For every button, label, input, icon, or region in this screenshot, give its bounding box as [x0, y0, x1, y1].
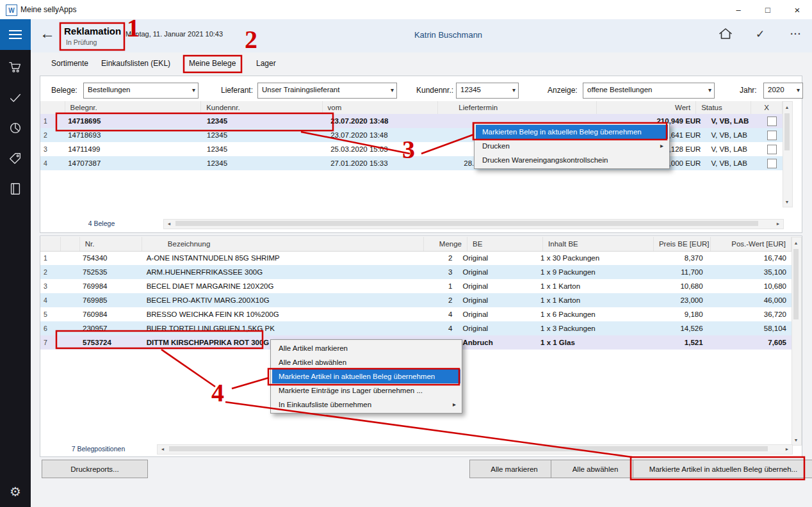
kundennr-label: Kundennr.: [416, 83, 453, 97]
cart-icon[interactable] [0, 54, 31, 80]
column-header-menge[interactable]: Menge [424, 237, 467, 251]
scrollbar-thumb[interactable] [169, 446, 768, 451]
row-checkbox[interactable] [761, 156, 783, 170]
position-row[interactable]: 6 230957 BUER.TORTELLINI GRUEN 1,5KG PK … [40, 321, 792, 335]
menge-cell: 2 [414, 251, 458, 265]
column-header-x[interactable]: X [751, 101, 783, 114]
column-header-inhalt[interactable]: Inhalt BE [543, 237, 654, 251]
preis-cell: 23,000 [650, 293, 708, 307]
tab-lager[interactable]: Lager [256, 59, 276, 68]
minimize-button[interactable]: – [724, 0, 753, 19]
row-number: 5 [40, 307, 59, 321]
row-checkbox[interactable] [761, 142, 783, 156]
submenu-arrow-icon: ▸ [660, 139, 663, 153]
column-header-belegnr[interactable]: Belegnr. [65, 101, 202, 114]
poswert-cell: 16,740 [708, 251, 792, 265]
beleg-context-menu: Markierten Beleg in aktuellen Beleg über… [474, 123, 670, 169]
positionen-vertical-scrollbar[interactable]: ▲ ▼ [792, 237, 802, 446]
vom-cell: 27.01.2020 15:33 [325, 156, 443, 170]
position-row[interactable]: 3 769984 BECEL DIAET MARGARINE 120X20G 1… [40, 279, 792, 293]
scrollbar-thumb[interactable] [793, 249, 799, 319]
druckreports-button[interactable]: Druckreports... [42, 460, 148, 478]
alle-abwaehlen-button[interactable]: Alle abwählen [551, 460, 640, 478]
bezeichnung-cell: BECEL PRO-AKTIV MARG.200X10G [142, 293, 414, 307]
uebernehmen-button[interactable]: Markierte Artikel in aktuellen Beleg übe… [633, 460, 812, 478]
column-header-poswert[interactable]: Pos.-Wert [EUR] [711, 237, 792, 251]
approve-check-icon[interactable]: ✓ [751, 26, 770, 42]
scroll-left-icon[interactable]: ◄ [159, 445, 166, 453]
pie-chart-icon[interactable] [0, 115, 31, 141]
column-header-vom[interactable]: vom [323, 101, 439, 114]
scroll-up-icon[interactable]: ▲ [783, 103, 791, 111]
checkmark-icon[interactable] [0, 85, 31, 111]
marker-cell [59, 293, 77, 307]
marker-cell [59, 251, 77, 265]
row-checkbox[interactable] [761, 114, 783, 128]
inhalt-cell: 1 x 3 Packungen [535, 321, 650, 335]
status-cell: V, VB, LAB [706, 128, 761, 142]
row-checkbox[interactable] [761, 128, 783, 142]
scroll-left-icon[interactable]: ◄ [165, 220, 173, 227]
menu-item-einkaufsliste[interactable]: In Einkaufsliste übernehmen ▸ [272, 398, 460, 412]
journal-icon[interactable] [0, 176, 31, 202]
belege-vertical-scrollbar[interactable]: ▲ ▼ [783, 101, 793, 207]
column-header-be[interactable]: BE [467, 237, 543, 251]
tab-meine-belege[interactable]: Meine Belege [189, 59, 236, 68]
beleg-row[interactable]: 2 14718693 12345 23.07.2020 13:48 261,64… [40, 128, 783, 142]
scroll-up-icon[interactable]: ▲ [792, 239, 800, 246]
row-number: 1 [40, 114, 63, 128]
menu-item-beleg-uebernehmen[interactable]: Markierten Beleg in aktuellen Beleg über… [476, 125, 668, 139]
tab-sortimente[interactable]: Sortimente [51, 59, 88, 68]
alle-markieren-button[interactable]: Alle markieren [469, 460, 559, 478]
beleg-row[interactable]: 1 14718695 12345 23.07.2020 13:48 210,94… [40, 114, 783, 128]
tab-einkaufslisten[interactable]: Einkaufslisten (EKL) [101, 59, 170, 68]
menu-item-artikel-uebernehmen[interactable]: Markierte Artikel in aktuellen Beleg übe… [272, 369, 460, 383]
hamburger-menu-icon[interactable] [0, 19, 31, 50]
gear-icon[interactable]: ⚙ [0, 479, 31, 504]
artikelnr-cell: 769985 [77, 293, 142, 307]
jahr-select[interactable]: 2020 ▾ [763, 83, 803, 99]
artikelnr-cell: 752535 [77, 265, 142, 279]
menu-item-alle-abwaehlen[interactable]: Alle Artikel abwählen [272, 355, 460, 369]
position-row[interactable]: 2 752535 ARM.HUEHNERFRIKASSEE 300G 3 Ori… [40, 265, 792, 279]
beleg-row[interactable]: 4 14707387 12345 27.01.2020 15:33 28. 11… [40, 156, 783, 170]
menu-item-drucken-kontrollschein[interactable]: Drucken Wareneingangskontrollschein [476, 153, 668, 167]
scrollbar-thumb[interactable] [175, 221, 758, 226]
back-button[interactable]: ← [40, 26, 55, 41]
menu-item-drucken[interactable]: Drucken ▸ [476, 139, 668, 153]
position-row[interactable]: 1 754340 A-ONE INSTANTNUDELN 85G SHRIMP … [40, 251, 792, 265]
positionen-horizontal-scrollbar[interactable]: ◄ ► [157, 444, 793, 455]
tag-icon[interactable] [0, 146, 31, 172]
artikelnr-cell: 230957 [77, 321, 142, 335]
column-header-kundennr[interactable]: Kundennr. [201, 101, 322, 114]
home-icon[interactable] [716, 26, 735, 42]
column-header-nr[interactable]: Nr. [80, 237, 142, 251]
menu-item-lager-uebernehmen[interactable]: Markierte Einträge ins Lager übernehmen … [272, 383, 460, 398]
belege-select[interactable]: Bestellungen ▾ [83, 83, 199, 99]
scroll-down-icon[interactable]: ▼ [783, 198, 791, 205]
column-header-status[interactable]: Status [696, 101, 751, 114]
menu-item-alle-markieren[interactable]: Alle Artikel markieren [272, 341, 460, 355]
column-header-preis[interactable]: Preis BE [EUR] [654, 237, 711, 251]
belege-horizontal-scrollbar[interactable]: ◄ ► [163, 219, 784, 229]
scroll-down-icon[interactable]: ▼ [792, 436, 800, 444]
scrollbar-thumb[interactable] [784, 113, 790, 150]
more-options-icon[interactable]: ... [786, 23, 806, 40]
column-header-wert[interactable]: Wert [597, 101, 696, 114]
scroll-right-icon[interactable]: ► [774, 220, 782, 227]
position-row[interactable]: 5 760984 BRESSO WEICHKA FEIN KR 10%200G … [40, 307, 792, 321]
maximize-button[interactable]: □ [753, 0, 783, 19]
preis-cell: 1,521 [650, 335, 708, 350]
kundennr-select[interactable]: 12345 ▾ [456, 83, 519, 99]
column-header-bezeichnung[interactable]: Bezeichnung [142, 237, 425, 251]
beleg-row[interactable]: 3 14711499 12345 25.03.2020 15:03 54,128… [40, 142, 783, 156]
inhalt-cell: 1 x 1 Karton [535, 279, 650, 293]
belegnr-cell: 14707387 [63, 156, 202, 170]
column-header-liefertermin[interactable]: Liefertermin [438, 101, 597, 114]
anzeige-select[interactable]: offene Bestellungen ▾ [583, 83, 715, 99]
positionen-count: 7 Belegpositionen [40, 444, 157, 453]
position-row[interactable]: 4 769985 BECEL PRO-AKTIV MARG.200X10G 2 … [40, 293, 792, 307]
scroll-right-icon[interactable]: ► [783, 445, 791, 453]
lieferant-select[interactable]: Unser Trainingslieferant ▾ [257, 83, 397, 99]
close-button[interactable]: × [783, 0, 812, 19]
